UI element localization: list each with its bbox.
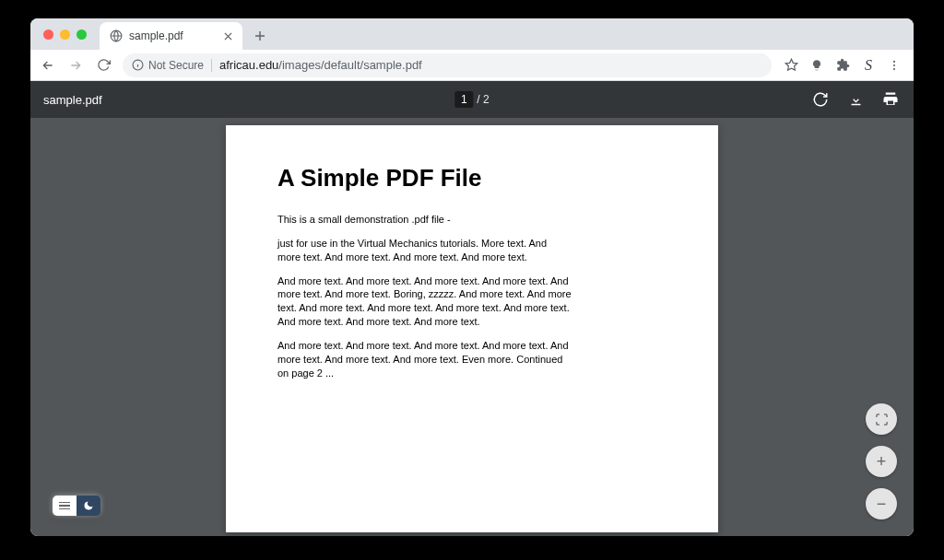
extension-bulb-icon[interactable] [805,53,829,77]
tab-strip: sample.pdf [30,18,914,50]
reload-button[interactable] [91,53,115,77]
pdf-content-area[interactable]: A Simple PDF File This is a small demons… [30,118,914,536]
zoom-controls: + − [866,403,897,519]
browser-window: sample.pdf Not Secure africau.edu/images… [30,18,914,536]
document-paragraph: just for use in the Virtual Mechanics tu… [277,237,572,264]
rotate-button[interactable] [810,89,831,110]
address-bar[interactable]: Not Secure africau.edu/images/default/sa… [123,53,772,77]
window-close-button[interactable] [43,29,53,40]
print-button[interactable] [880,89,901,110]
svg-point-5 [893,60,895,62]
bookmark-star-button[interactable] [779,53,803,77]
extension-s-icon[interactable]: S [856,53,880,77]
reader-mode-widget[interactable] [53,496,100,516]
info-icon [132,59,144,71]
pdf-toolbar-actions [810,89,901,110]
page-count-label: / 2 [477,93,489,106]
pdf-page: A Simple PDF File This is a small demons… [226,125,718,532]
svg-marker-4 [785,59,797,70]
download-button[interactable] [845,89,866,110]
extensions-puzzle-icon[interactable] [831,53,855,77]
document-paragraph: And more text. And more text. And more t… [277,339,572,380]
url-host: africau.edu [219,58,278,72]
pdf-title: sample.pdf [43,93,102,107]
toolbar-right: S [779,53,908,77]
browser-menu-button[interactable] [882,53,906,77]
fit-page-button[interactable] [866,403,897,435]
security-indicator[interactable]: Not Secure [132,59,204,72]
zoom-out-button[interactable]: − [866,488,897,519]
document-paragraph: This is a small demonstration .pdf file … [277,213,572,227]
moon-icon [77,496,100,516]
svg-point-6 [893,64,895,65]
window-minimize-button[interactable] [60,29,70,40]
url-text: africau.edu/images/default/sample.pdf [219,58,422,72]
zoom-in-button[interactable]: + [866,446,897,477]
divider [211,59,212,72]
page-indicator: / 2 [454,91,489,108]
tab-title: sample.pdf [129,29,215,42]
document-heading: A Simple PDF File [277,164,667,192]
forward-button[interactable] [64,53,88,77]
new-tab-button[interactable] [248,24,272,48]
document-paragraph: And more text. And more text. And more t… [277,274,572,329]
pdf-toolbar: sample.pdf / 2 [30,81,914,118]
window-maximize-button[interactable] [77,29,87,40]
page-number-input[interactable] [454,91,473,108]
window-controls [38,18,94,50]
url-path: /images/default/sample.pdf [278,58,421,72]
browser-toolbar: Not Secure africau.edu/images/default/sa… [30,50,914,81]
globe-icon [109,29,123,43]
tab-close-button[interactable] [221,29,235,43]
reader-list-icon [53,496,77,516]
back-button[interactable] [36,53,60,77]
security-label: Not Secure [148,59,204,72]
svg-point-7 [893,68,895,70]
browser-tab[interactable]: sample.pdf [100,22,242,50]
